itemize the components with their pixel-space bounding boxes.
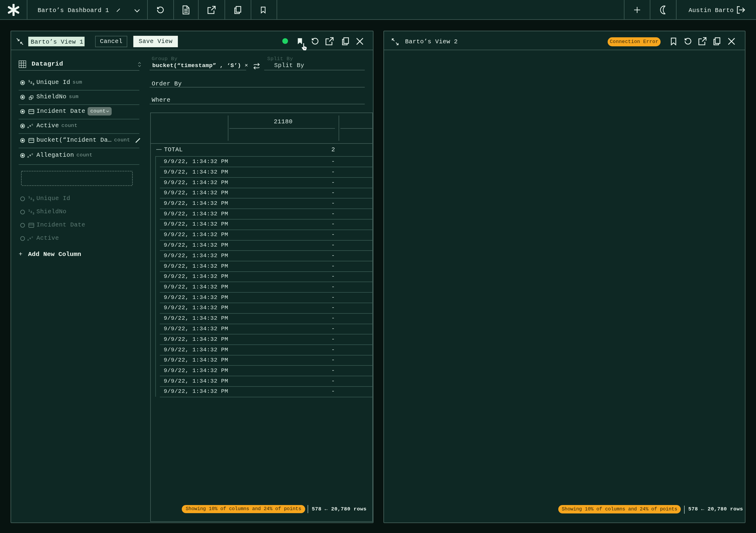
- svg-text:3: 3: [33, 199, 34, 202]
- svg-text:B: B: [30, 124, 31, 127]
- svg-text:1: 1: [28, 196, 30, 199]
- svg-text:A: A: [27, 156, 29, 158]
- svg-text:2: 2: [30, 211, 32, 214]
- svg-text:B: B: [30, 237, 31, 240]
- svg-text:2: 2: [30, 81, 32, 85]
- svg-text:1: 1: [28, 209, 30, 212]
- svg-text:1: 1: [28, 80, 30, 83]
- svg-text:A: A: [27, 239, 29, 241]
- svg-text:3: 3: [33, 83, 34, 86]
- svg-text:C: C: [32, 153, 33, 156]
- svg-text:2: 2: [30, 197, 32, 201]
- svg-text:C: C: [32, 236, 33, 239]
- svg-text:A: A: [27, 126, 29, 129]
- svg-text:3: 3: [33, 212, 34, 216]
- svg-text:C: C: [32, 123, 33, 126]
- svg-text:B: B: [30, 154, 31, 157]
